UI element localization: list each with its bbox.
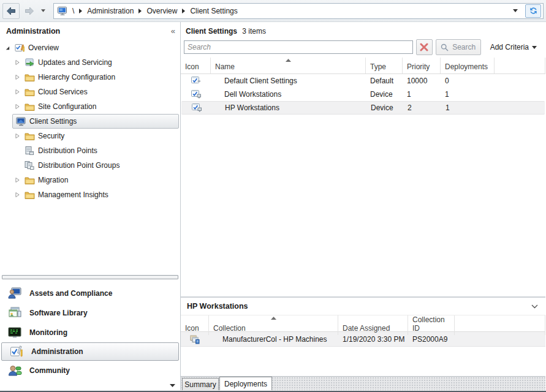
table-row-dell-workstations[interactable]: Dell Workstations Device 1 1 xyxy=(181,88,545,101)
forward-button[interactable] xyxy=(21,3,38,19)
column-header-icon[interactable]: Icon xyxy=(181,58,211,74)
administration-icon xyxy=(9,344,24,359)
workspace-assets-and-compliance[interactable]: Assets and Compliance xyxy=(0,284,180,303)
sidebar-item-label: Cloud Services xyxy=(38,88,88,96)
expander-collapsed-icon[interactable] xyxy=(13,59,21,66)
sidebar-item-updates-and-servicing[interactable]: Updates and Servicing xyxy=(0,55,180,70)
expander-collapsed-icon[interactable] xyxy=(13,74,21,80)
row-type: Device xyxy=(366,90,403,99)
workspace-monitoring[interactable]: Monitoring xyxy=(0,323,180,342)
breadcrumb-root[interactable]: \ xyxy=(71,7,75,15)
expander-collapsed-icon[interactable] xyxy=(13,177,21,183)
collapse-detail-button[interactable] xyxy=(531,304,538,309)
clear-search-icon xyxy=(420,43,428,51)
sidebar-item-label: Distribution Point Groups xyxy=(38,161,119,170)
distribution-point-groups-icon xyxy=(24,160,35,170)
column-header-date-assigned[interactable]: Date Assigned xyxy=(338,315,408,335)
expander-collapsed-icon[interactable] xyxy=(13,104,21,110)
expander-collapsed-icon[interactable] xyxy=(13,192,21,198)
workspace-label: Administration xyxy=(31,347,83,356)
clear-search-button[interactable] xyxy=(416,39,433,55)
sidebar-header: Administration « xyxy=(0,22,180,39)
main-pane: Client Settings 3 items xyxy=(181,22,545,390)
list-items-count: 3 items xyxy=(242,27,266,36)
sidebar-item-label: Management Insights xyxy=(38,190,108,199)
workspace-options-row xyxy=(0,380,180,390)
sidebar-item-cloud-services[interactable]: Cloud Services xyxy=(0,85,180,99)
sidebar-item-client-settings[interactable]: Client Settings xyxy=(12,114,179,129)
breadcrumb: \ Administration Overview Client Setting… xyxy=(53,3,544,19)
row-type: Default xyxy=(366,77,403,85)
sidebar-item-security[interactable]: Security xyxy=(0,129,180,143)
workspace-community[interactable]: Community xyxy=(0,361,180,380)
folder-icon xyxy=(24,88,35,97)
table-row-hp-workstations[interactable]: HP Workstations Device 2 1 xyxy=(181,101,545,115)
column-header-blank xyxy=(455,315,545,335)
sidebar-item-label: Updates and Servicing xyxy=(38,58,112,67)
sort-ascending-icon xyxy=(286,59,291,62)
sidebar-title: Administration xyxy=(6,27,60,36)
detail-empty-area xyxy=(181,347,545,376)
sidebar-item-overview[interactable]: Overview xyxy=(0,40,180,55)
client-settings-icon xyxy=(15,116,26,126)
table-row-default-client-settings[interactable]: Default Client Settings Default 10000 0 xyxy=(181,74,545,88)
breadcrumb-item-overview[interactable]: Overview xyxy=(145,7,178,15)
expander-collapsed-icon[interactable] xyxy=(13,133,21,139)
breadcrumb-separator-icon xyxy=(182,9,185,13)
breadcrumb-item-client-settings[interactable]: Client Settings xyxy=(189,7,238,15)
workspace-software-library[interactable]: Software Library xyxy=(0,303,180,323)
updates-icon xyxy=(24,58,35,67)
tab-summary[interactable]: Summary xyxy=(182,378,219,390)
sidebar-item-management-insights[interactable]: Management Insights xyxy=(0,187,180,202)
client-settings-default-icon xyxy=(181,76,211,86)
sidebar-item-site-configuration[interactable]: Site Configuration xyxy=(0,99,180,114)
collection-icon xyxy=(181,334,209,344)
sort-ascending-icon xyxy=(271,317,276,320)
row-priority: 2 xyxy=(403,104,441,112)
history-dropdown-button[interactable] xyxy=(39,9,47,12)
sidebar-item-label: Distribution Points xyxy=(38,146,97,155)
sidebar-item-hierarchy-configuration[interactable]: Hierarchy Configuration xyxy=(0,70,180,85)
sidebar-item-distribution-point-groups[interactable]: Distribution Point Groups xyxy=(0,158,180,173)
breadcrumb-item-administration[interactable]: Administration xyxy=(86,7,135,15)
workspace-label: Assets and Compliance xyxy=(29,289,112,298)
list-title: Client Settings 3 items xyxy=(181,22,545,37)
row-collection-id: PS2000A9 xyxy=(408,335,455,344)
column-header-type[interactable]: Type xyxy=(366,58,403,74)
row-deployments: 0 xyxy=(441,77,495,85)
row-collection: ManufacturerCol - HP Machines xyxy=(209,335,338,344)
computer-icon xyxy=(58,6,67,16)
workspace-splitter[interactable] xyxy=(2,275,178,279)
navigation-tree: Overview Updates and Servicing xyxy=(0,39,180,275)
expander-expanded-icon[interactable] xyxy=(4,45,11,51)
community-icon xyxy=(7,363,22,378)
search-input[interactable] xyxy=(184,40,413,54)
back-button[interactable] xyxy=(2,3,20,19)
workspace-label: Monitoring xyxy=(29,328,67,337)
overview-icon xyxy=(14,43,25,53)
workspace-options-button[interactable] xyxy=(170,384,175,387)
column-header-collection-id[interactable]: Collection ID xyxy=(408,315,455,335)
collapse-sidebar-icon[interactable]: « xyxy=(171,28,175,34)
column-header-icon[interactable]: Icon xyxy=(181,315,209,335)
search-button[interactable]: Search xyxy=(436,39,481,55)
detail-title: HP Workstations xyxy=(187,302,248,311)
navigation-toolbar: \ Administration Overview Client Setting… xyxy=(0,0,546,22)
sidebar-item-label: Site Configuration xyxy=(38,102,96,111)
breadcrumb-dropdown-button[interactable] xyxy=(509,5,521,17)
sidebar-item-label: Migration xyxy=(38,176,68,184)
add-criteria-button[interactable]: Add Criteria xyxy=(484,43,542,51)
chevron-down-icon xyxy=(532,46,537,49)
sidebar-item-migration[interactable]: Migration xyxy=(0,173,180,187)
sidebar-item-label: Security xyxy=(38,132,64,140)
refresh-button[interactable] xyxy=(525,4,541,18)
sidebar-item-label: Hierarchy Configuration xyxy=(38,73,115,81)
workspace-administration[interactable]: Administration xyxy=(1,342,179,361)
tab-deployments[interactable]: Deployments xyxy=(219,377,272,390)
sidebar-item-distribution-points[interactable]: Distribution Points xyxy=(0,143,180,158)
column-header-deployments[interactable]: Deployments xyxy=(441,58,495,74)
row-date-assigned: 1/19/2020 3:30 PM xyxy=(338,335,408,344)
expander-collapsed-icon[interactable] xyxy=(13,89,21,95)
refresh-icon xyxy=(529,6,538,15)
column-header-priority[interactable]: Priority xyxy=(403,58,441,74)
